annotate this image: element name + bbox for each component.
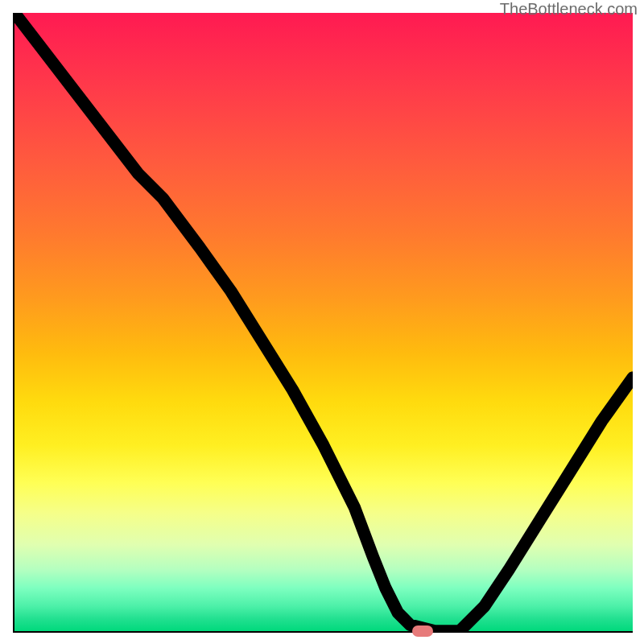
optimal-point-marker [412, 625, 433, 637]
bottleneck-chart: TheBottleneck.com [0, 0, 644, 644]
watermark-label: TheBottleneck.com [500, 0, 638, 19]
bottleneck-curve-svg [14, 13, 633, 631]
bottleneck-curve-path [14, 13, 633, 631]
chart-plot-area [13, 13, 633, 633]
